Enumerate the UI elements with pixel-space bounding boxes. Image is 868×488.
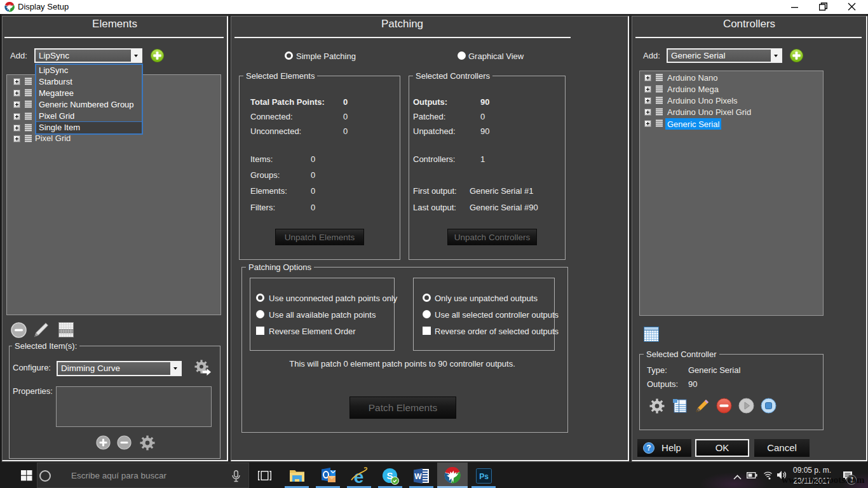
svg-text:?: ? xyxy=(646,444,651,452)
svg-text:Ps: Ps xyxy=(479,472,489,481)
svg-text:W: W xyxy=(414,472,422,481)
